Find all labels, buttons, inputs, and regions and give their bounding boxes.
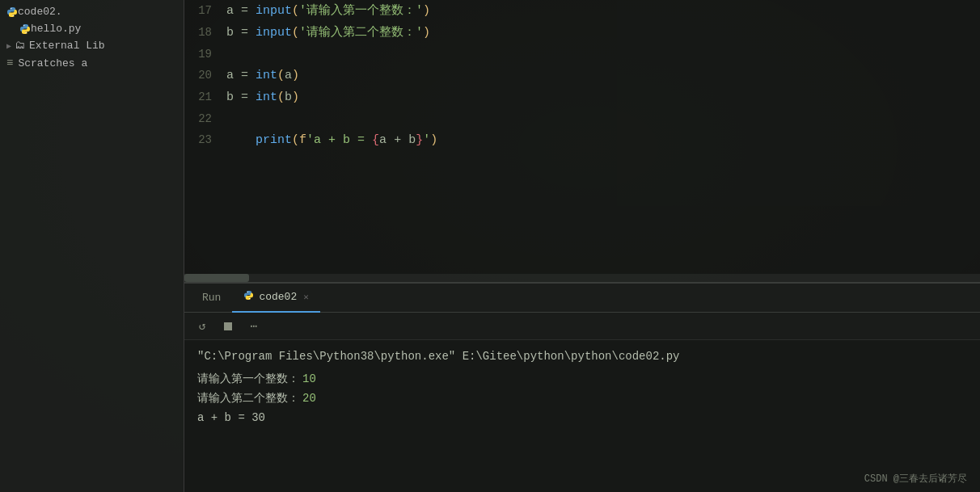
stop-icon	[224, 322, 232, 330]
horizontal-scrollbar[interactable]	[184, 274, 980, 282]
python-icon-hello	[19, 23, 31, 35]
code-line-17: 17 a = input('请输入第一个整数：')	[184, 0, 980, 22]
sidebar-item-external-lib[interactable]: ▶ 🗂 External Lib	[0, 37, 184, 54]
python-tab-icon	[243, 290, 254, 304]
tab-run[interactable]: Run	[191, 284, 232, 313]
line-content-23: print(f'a + b = {a + b}')	[226, 130, 980, 151]
output-line-2: 请输入第二个整数： 20	[197, 389, 967, 408]
rerun-icon: ↺	[199, 319, 205, 333]
line-content-18: b = input('请输入第二个整数：')	[226, 23, 980, 44]
sidebar-item-scratches-label: Scratches a	[18, 57, 87, 69]
sidebar-item-hello-label: hello.py	[31, 23, 81, 35]
code-line-19: 19	[184, 44, 980, 65]
line-content-20: a = int(a)	[226, 65, 980, 86]
line-num-21: 21	[184, 86, 226, 107]
code-line-20: 20 a = int(a)	[184, 65, 980, 86]
tab-code02[interactable]: code02 ✕	[232, 284, 319, 313]
line-num-23: 23	[184, 129, 226, 150]
watermark-text: CSDN @三春去后诸芳尽	[864, 473, 967, 485]
line-num-17: 17	[184, 0, 226, 21]
line-num-22: 22	[184, 108, 226, 129]
sidebar: code02. hello.py ▶ 🗂 External Lib ≡ Scra…	[0, 0, 184, 492]
output-label-1: 请输入第一个整数：	[197, 369, 299, 389]
sidebar-item-external-lib-label: External Lib	[29, 40, 105, 52]
sidebar-item-code02-label: code02.	[18, 6, 62, 18]
output-line-1: 请输入第一个整数： 10	[197, 369, 967, 389]
output-line-3: a + b = 30	[197, 408, 967, 427]
line-num-18: 18	[184, 22, 226, 43]
run-toolbar: ↺ ⋯	[184, 313, 980, 340]
folder-icon: 🗂	[15, 40, 25, 52]
line-num-19: 19	[184, 44, 226, 65]
more-button[interactable]: ⋯	[244, 317, 264, 336]
rerun-button[interactable]: ↺	[192, 317, 212, 336]
tab-code02-label: code02	[259, 291, 297, 303]
watermark: CSDN @三春去后诸芳尽	[864, 472, 967, 486]
code-line-22: 22	[184, 108, 980, 129]
run-panel: Run code02 ✕	[184, 282, 980, 492]
svg-point-1	[13, 15, 14, 15]
output-cmd-text: "C:\Program Files\Python38\python.exe" E…	[197, 350, 680, 363]
svg-point-4	[247, 292, 248, 292]
output-value-1: 10	[302, 369, 316, 389]
output-label-2: 请输入第二个整数：	[197, 389, 299, 408]
sidebar-item-hello[interactable]: hello.py	[0, 20, 184, 37]
line-content-21: b = int(b)	[226, 87, 980, 108]
chevron-right-icon: ▶	[6, 41, 11, 51]
run-output[interactable]: "C:\Program Files\Python38\python.exe" E…	[184, 340, 980, 492]
tab-close-button[interactable]: ✕	[303, 292, 309, 302]
svg-point-5	[249, 298, 250, 299]
more-icon: ⋯	[251, 319, 257, 333]
stop-button[interactable]	[218, 317, 238, 336]
output-cmd-line: "C:\Program Files\Python38\python.exe" E…	[197, 347, 967, 366]
sidebar-item-scratches[interactable]: ≡ Scratches a	[0, 54, 184, 72]
sidebar-item-code02[interactable]: code02.	[0, 3, 184, 20]
svg-point-2	[23, 25, 24, 26]
scratches-icon: ≡	[6, 57, 13, 69]
run-tabs: Run code02 ✕	[184, 284, 980, 313]
output-value-2: 20	[302, 389, 316, 408]
output-result: a + b = 30	[197, 408, 265, 427]
line-num-20: 20	[184, 65, 226, 86]
code-line-23: 23 print(f'a + b = {a + b}')	[184, 129, 980, 151]
code-editor[interactable]: 17 a = input('请输入第一个整数：') 18 b = input('…	[184, 0, 980, 274]
svg-point-0	[11, 8, 11, 9]
scroll-thumb[interactable]	[184, 274, 249, 282]
code-line-21: 21 b = int(b)	[184, 86, 980, 108]
code-panel: 17 a = input('请输入第一个整数：') 18 b = input('…	[184, 0, 980, 492]
code-lines: 17 a = input('请输入第一个整数：') 18 b = input('…	[184, 0, 980, 151]
python-icon	[6, 6, 18, 18]
code-line-18: 18 b = input('请输入第二个整数：')	[184, 22, 980, 44]
tab-run-label: Run	[202, 292, 221, 304]
line-content-17: a = input('请输入第一个整数：')	[226, 1, 980, 22]
svg-point-3	[26, 32, 27, 32]
